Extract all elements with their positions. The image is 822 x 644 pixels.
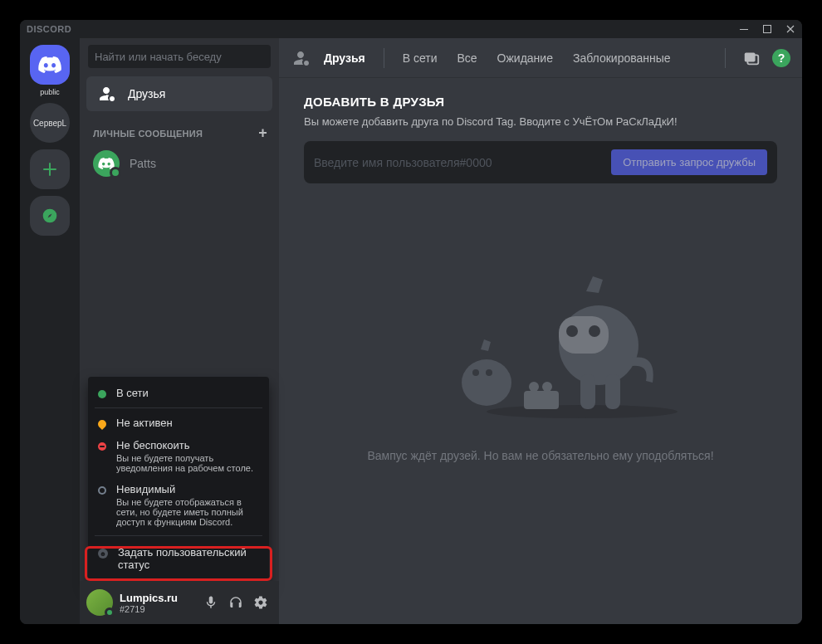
dnd-icon (98, 442, 106, 451)
headphones-icon (228, 595, 243, 610)
wumpus-illustration (391, 266, 690, 424)
dm-item[interactable]: Patts (86, 146, 272, 181)
status-indicator (105, 607, 115, 617)
main-header: Друзья В сети Все Ожидание Заблокированн… (279, 38, 802, 78)
titlebar: DISCORD (20, 20, 802, 38)
compass-icon (42, 207, 58, 224)
separator (95, 535, 262, 536)
deafen-button[interactable] (224, 591, 247, 614)
invisible-icon (98, 486, 106, 495)
friends-nav[interactable]: Друзья (86, 76, 272, 111)
user-avatar[interactable] (86, 589, 113, 616)
tab-blocked[interactable]: Заблокированные (566, 50, 678, 66)
plus-icon (40, 159, 60, 179)
minimize-button[interactable] (732, 20, 756, 38)
tab-all[interactable]: Все (450, 50, 483, 66)
friends-nav-label: Друзья (128, 87, 165, 100)
svg-point-12 (462, 359, 511, 406)
status-option-idle[interactable]: Не активен (88, 412, 269, 434)
separator (725, 48, 726, 68)
tab-online[interactable]: В сети (396, 50, 444, 66)
mic-icon (203, 595, 218, 610)
mute-button[interactable] (199, 591, 223, 614)
friends-icon (96, 84, 116, 104)
dm-header-label: ЛИЧНЫЕ СООБЩЕНИЯ (93, 129, 203, 139)
separator (95, 407, 262, 408)
explore-button[interactable] (30, 196, 70, 236)
new-group-dm-button[interactable] (742, 49, 761, 67)
app-window: DISCORD public СерверL (20, 20, 802, 624)
window-controls (732, 20, 802, 38)
status-indicator (110, 167, 121, 178)
user-panel: Lumpics.ru #2719 (80, 581, 279, 624)
svg-point-8 (566, 325, 578, 337)
user-info[interactable]: Lumpics.ru #2719 (120, 592, 199, 614)
svg-point-17 (542, 382, 552, 392)
search-placeholder: Найти или начать беседу (95, 51, 222, 63)
status-option-online[interactable]: В сети (88, 382, 269, 404)
tab-pending[interactable]: Ожидание (491, 50, 560, 66)
svg-rect-3 (745, 52, 756, 61)
server-item-1[interactable]: СерверL (30, 103, 70, 143)
svg-point-14 (486, 369, 492, 376)
home-button[interactable] (30, 45, 70, 85)
app-name: DISCORD (27, 24, 71, 34)
dm-item-name: Patts (130, 157, 156, 170)
status-option-invisible[interactable]: Невидимый Вы не будете отображаться в се… (88, 478, 269, 532)
help-button[interactable]: ? (772, 49, 790, 67)
add-friend-row: Отправить запрос дружбы (304, 141, 777, 183)
dm-section-header: ЛИЧНЫЕ СООБЩЕНИЯ + (80, 113, 279, 145)
svg-point-9 (589, 325, 600, 337)
settings-button[interactable] (249, 591, 272, 614)
status-menu: В сети Не активен Не беспокоить Вы не бу… (88, 377, 269, 583)
online-dot-icon (98, 390, 106, 398)
gear-icon (253, 595, 268, 610)
avatar (93, 150, 120, 177)
add-friend-section: ДОБАВИТЬ В ДРУЗЬЯ Вы можете добавить дру… (279, 78, 802, 479)
svg-rect-1 (764, 26, 771, 33)
servers-column: public СерверL (20, 38, 80, 624)
svg-point-16 (529, 382, 539, 392)
quick-switcher[interactable]: Найти или начать беседу (88, 45, 271, 68)
emoji-icon: ☻ (98, 549, 108, 559)
user-tag: #2719 (120, 604, 199, 614)
idle-moon-icon (96, 418, 108, 430)
add-friend-subtitle: Вы можете добавить друга по Discord Tag.… (304, 115, 777, 128)
maximize-button[interactable] (756, 20, 779, 38)
user-name: Lumpics.ru (120, 592, 199, 604)
close-button[interactable] (779, 20, 802, 38)
empty-state-text: Вампус ждёт друзей. Но вам не обязательн… (367, 449, 713, 462)
empty-state: Вампус ждёт друзей. Но вам не обязательн… (304, 266, 777, 462)
svg-rect-11 (605, 374, 620, 409)
add-friend-title: ДОБАВИТЬ В ДРУЗЬЯ (304, 95, 777, 109)
channel-column: Найти или начать беседу Друзья ЛИЧНЫЕ СО… (80, 38, 279, 624)
main-column: Друзья В сети Все Ожидание Заблокированн… (279, 38, 802, 624)
svg-point-5 (487, 405, 678, 418)
add-friend-input[interactable] (314, 156, 611, 169)
svg-rect-15 (524, 391, 559, 409)
status-option-custom[interactable]: ☻ Задать пользовательский статус (88, 539, 269, 578)
svg-rect-0 (740, 29, 748, 30)
home-label: public (40, 88, 60, 96)
svg-rect-7 (559, 316, 609, 354)
app-body: public СерверL Найти или начать беседу Д… (20, 38, 802, 624)
separator (384, 48, 384, 68)
svg-rect-10 (580, 374, 595, 409)
svg-point-13 (472, 369, 479, 376)
header-title: Друзья (317, 50, 372, 66)
send-friend-request-button[interactable]: Отправить запрос дружбы (611, 149, 767, 175)
create-dm-button[interactable]: + (258, 124, 267, 142)
discord-logo-icon (38, 56, 61, 73)
friends-icon (291, 48, 311, 68)
add-server-button[interactable] (30, 149, 70, 189)
status-option-dnd[interactable]: Не беспокоить Вы не будете получать увед… (88, 434, 269, 478)
